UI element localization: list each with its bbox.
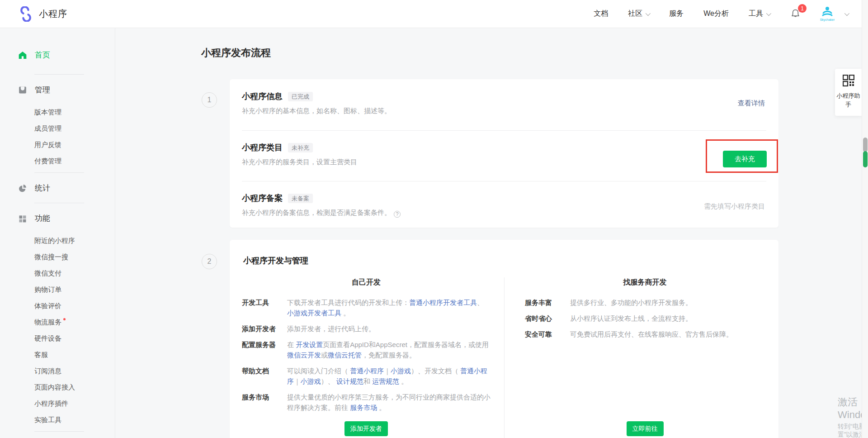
step-2-number: 2 — [202, 254, 217, 269]
text-link[interactable]: 服务市场 — [350, 404, 377, 411]
sidebar-item-label: 小程序插件 — [34, 400, 68, 407]
sidebar-group-statistics[interactable]: 统计 — [18, 183, 115, 193]
info-row-add-developer: 添加开发者添加开发者，进行代码上传。 — [242, 324, 491, 334]
sidebar-item-customer-service[interactable]: 客服 — [34, 350, 115, 359]
sidebar-item-payment-management[interactable]: 付费管理 — [34, 156, 115, 166]
sidebar-item-label: 用户反馈 — [34, 141, 61, 148]
avatar-image — [821, 6, 834, 18]
main-content: 小程序发布流程 1 2 小程序信息 已完成 补充小程序的基本信息，如名称、图标、… — [115, 28, 868, 438]
miniprogram-assistant-widget[interactable]: 小程序助手 — [835, 69, 862, 116]
miniprogram-logo-icon — [18, 6, 33, 22]
sidebar-group-label: 功能 — [35, 213, 50, 224]
sidebar-item-miniprogram-plugin[interactable]: 小程序插件 — [34, 399, 115, 408]
text-link[interactable]: 运营规范 — [372, 377, 399, 385]
text-link[interactable]: 设计规范 — [336, 377, 363, 385]
nav-item-docs[interactable]: 文档 — [594, 9, 608, 19]
top-navbar: 小程序 文档社区服务We分析工具 1 Skychaker — [0, 0, 868, 28]
step-1-card: 小程序信息 已完成 补充小程序的基本信息，如名称、图标、描述等。 查看详情 小程… — [230, 79, 778, 228]
text-link[interactable]: 小游戏 — [301, 377, 321, 385]
chevron-down-icon — [646, 10, 651, 15]
view-details-link[interactable]: 查看详情 — [738, 99, 765, 108]
sidebar-item-label: 微信搜一搜 — [34, 253, 68, 261]
home-icon — [18, 51, 27, 60]
row-description: 补充小程序的基本信息，如名称、图标、描述等。 — [242, 107, 765, 115]
sidebar-item-wechat-search[interactable]: 微信搜一搜 — [34, 252, 115, 262]
nav-item-label: 服务 — [669, 9, 684, 19]
sidebar-item-label: 实验工具 — [34, 416, 61, 424]
info-row-text: 可免费试用后再支付、在线客服响应、官方售后保障。 — [570, 329, 733, 339]
help-icon[interactable]: ? — [394, 211, 401, 218]
nav-item-we-analytics[interactable]: We分析 — [703, 9, 729, 19]
go-now-button[interactable]: 立即前往 — [627, 421, 664, 436]
add-developer-button[interactable]: 添加开发者 — [344, 421, 388, 436]
sidebar-item-home[interactable]: 首页 — [18, 50, 115, 60]
sidebar-item-label: 付费管理 — [34, 157, 61, 165]
column-header: 自己开发 — [242, 277, 491, 287]
nav-item-tools[interactable]: 工具 — [749, 9, 770, 19]
sidebar-item-page-content-access[interactable]: 页面内容接入 — [34, 382, 115, 392]
info-row-label: 开发工具 — [242, 297, 287, 318]
scrollbar-green-marker[interactable] — [863, 151, 868, 167]
text-link[interactable]: 普通小程序 — [350, 367, 384, 375]
assistant-label: 小程序助手 — [835, 91, 862, 109]
account-chevron-down-icon[interactable] — [844, 10, 849, 15]
info-row-label: 配置服务器 — [242, 339, 287, 360]
sidebar-item-member-management[interactable]: 成员管理 — [34, 124, 115, 133]
text-link[interactable]: 开发设置 — [296, 341, 323, 348]
new-indicator-dot — [63, 318, 66, 320]
row-miniprogram-category: 小程序类目 未补充 补充小程序的服务类目，设置主营类目 去补充 — [230, 130, 778, 181]
info-row-text: 从小程序认证到发布上线，全流程支持。 — [570, 313, 692, 324]
sidebar-item-subscribe-message[interactable]: 订阅消息 — [34, 366, 115, 376]
status-badge: 已完成 — [288, 92, 313, 101]
sidebar-item-experiment-tools[interactable]: 实验工具 — [34, 415, 115, 424]
sidebar-item-label: 首页 — [35, 50, 50, 60]
sidebar-item-nearby-miniprogram[interactable]: 附近的小程序 — [34, 236, 115, 245]
sidebar-item-label: 版本管理 — [34, 108, 61, 116]
go-complete-button[interactable]: 去补充 — [723, 151, 767, 167]
row-miniprogram-info: 小程序信息 已完成 补充小程序的基本信息，如名称、图标、描述等。 查看详情 — [230, 79, 778, 130]
sidebar-item-user-feedback[interactable]: 用户反馈 — [34, 140, 115, 149]
sidebar-item-label: 物流服务 — [34, 318, 61, 326]
text-link[interactable]: 小游戏开发者工具 — [287, 309, 341, 317]
nav-item-service[interactable]: 服务 — [669, 9, 684, 19]
text-link[interactable]: 微信云开发 — [287, 351, 321, 359]
sidebar-item-experience-rating[interactable]: 体验评价 — [34, 301, 115, 310]
tray-icon — [18, 86, 27, 95]
row-description: 补充小程序的服务类目，设置主营类目 — [242, 158, 765, 167]
sidebar-item-hardware-devices[interactable]: 硬件设备 — [34, 333, 115, 343]
sidebar-group-features[interactable]: 功能 — [18, 213, 115, 224]
info-row-text: 在 开发设置页面查看AppID和AppSecret，配置服务器域名，或使用微信云… — [287, 339, 491, 360]
prerequisite-note: 需先填写小程序类目 — [704, 202, 765, 211]
page-title: 小程序发布流程 — [201, 46, 271, 60]
status-badge: 未补充 — [288, 143, 313, 152]
info-row-text: 提供大量优质的小程序第三方服务，为不同行业的商家提供合适的小程序解决方案。前往 … — [287, 392, 491, 413]
nav-item-label: 工具 — [749, 9, 763, 19]
info-row-configure-server: 配置服务器在 开发设置页面查看AppID和AppSecret，配置服务器域名，或… — [242, 339, 491, 360]
chevron-down-icon — [766, 10, 771, 15]
sidebar-item-logistics-service[interactable]: 物流服务 — [34, 317, 115, 327]
row-title: 小程序备案 — [242, 193, 283, 204]
sidebar-group-management[interactable]: 管理 — [18, 85, 115, 95]
grid-icon — [18, 214, 27, 223]
sidebar-item-shopping-orders[interactable]: 购物订单 — [34, 285, 115, 294]
sidebar-item-label: 客服 — [34, 351, 48, 358]
sidebar-item-wechat-pay[interactable]: 微信支付 — [34, 268, 115, 278]
info-row-dev-tools: 开发工具下载开发者工具进行代码的开发和上传：普通小程序开发者工具、 小游戏开发者… — [242, 297, 491, 318]
text-link[interactable]: 普通小程序开发者工具 — [409, 299, 477, 306]
sidebar-item-version-management[interactable]: 版本管理 — [34, 107, 115, 117]
account-avatar[interactable]: Skychaker — [817, 6, 837, 22]
nav-item-label: 文档 — [594, 9, 608, 19]
text-link[interactable]: 微信云托管 — [328, 351, 362, 359]
nav-item-community[interactable]: 社区 — [628, 9, 649, 19]
text-link[interactable]: 小游戏 — [391, 367, 411, 375]
notification-bell-button[interactable]: 1 — [790, 8, 801, 19]
info-row-label: 服务市场 — [242, 392, 287, 413]
scrollbar-thumb[interactable] — [863, 138, 868, 152]
sidebar-divider — [34, 431, 84, 432]
page-scrollbar — [862, 0, 868, 438]
miniprogram-logo[interactable]: 小程序 — [18, 6, 67, 22]
info-row-label: 添加开发者 — [242, 324, 287, 334]
column-header: 找服务商开发 — [525, 277, 765, 287]
sidebar-features-list: 附近的小程序微信搜一搜微信支付购物订单体验评价物流服务硬件设备客服订阅消息页面内… — [18, 236, 115, 424]
sidebar-divider — [34, 203, 84, 203]
